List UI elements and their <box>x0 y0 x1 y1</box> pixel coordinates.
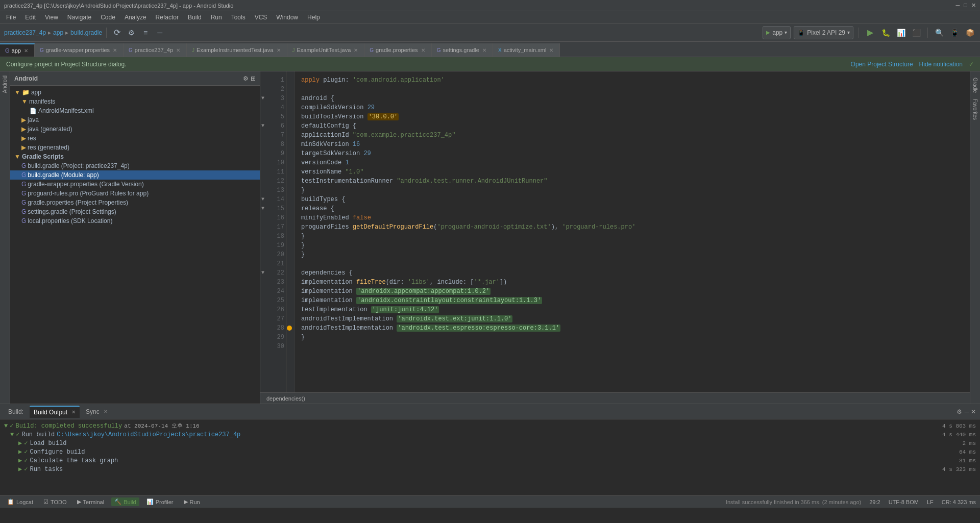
tree-item-java[interactable]: ▶ java <box>10 115 260 124</box>
menu-file[interactable]: File <box>2 13 20 22</box>
menu-help[interactable]: Help <box>303 13 324 22</box>
menu-navigate[interactable]: Navigate <box>63 13 95 22</box>
hide-notification-link[interactable]: Hide notification <box>919 61 963 68</box>
menu-vcs[interactable]: VCS <box>251 13 272 22</box>
tree-item-settings-gradle[interactable]: G settings.gradle (Project Settings) <box>10 207 260 216</box>
close-btn[interactable]: ✕ <box>971 2 976 9</box>
menu-build[interactable]: Build <box>184 13 206 22</box>
bottom-tab-sync-label: Sync <box>86 408 100 415</box>
terminal-btn[interactable]: ▶ Terminal <box>74 497 108 506</box>
menu-refactor[interactable]: Refactor <box>152 13 183 22</box>
bottom-panel-settings-icon[interactable]: ⚙ <box>957 408 962 415</box>
tree-item-res[interactable]: ▶ res <box>10 134 260 143</box>
file-tree-expand-icon[interactable]: ⊞ <box>251 75 256 82</box>
build-label: Build <box>124 499 136 505</box>
tree-item-build-gradle-module[interactable]: G build.gradle (Module: app) <box>10 170 260 180</box>
bottom-panel-close-icon[interactable]: ✕ <box>971 408 976 415</box>
device-selector[interactable]: 📱 Pixel 2 API 29 ▾ <box>794 26 853 39</box>
tree-item-app[interactable]: ▼ 📁 app <box>10 88 260 97</box>
menu-run[interactable]: Run <box>207 13 226 22</box>
stop-btn[interactable]: ⬛ <box>910 27 922 39</box>
sync-btn[interactable]: ⟳ <box>111 27 123 39</box>
breadcrumb-file[interactable]: build.gradle <box>70 29 102 36</box>
breadcrumb-project[interactable]: practice237_4p <box>4 29 46 36</box>
menu-analyze[interactable]: Analyze <box>120 13 151 22</box>
menu-edit[interactable]: Edit <box>21 13 40 22</box>
build-status-btn[interactable]: 🔨 Build <box>111 497 139 506</box>
bottom-tab-build[interactable]: Build: <box>4 406 28 417</box>
menu-code[interactable]: Code <box>96 13 119 22</box>
tab-unit-test-close[interactable]: ✕ <box>353 47 359 53</box>
android-tab-label[interactable]: Android <box>1 71 9 97</box>
right-sidebar-gradle[interactable]: Gradle <box>971 76 979 95</box>
tab-activity-main[interactable]: X activity_main.xml ✕ <box>493 43 560 57</box>
minimize-btn[interactable]: ─ <box>956 2 960 9</box>
tab-gradle-wrapper-close[interactable]: ✕ <box>112 47 118 53</box>
tree-item-gradle-properties[interactable]: G gradle.properties (Project Properties) <box>10 198 260 207</box>
profile-btn[interactable]: 📊 <box>895 27 907 39</box>
logcat-label: Logcat <box>16 499 33 505</box>
maximize-btn[interactable]: □ <box>964 2 967 9</box>
tab-app-icon: G <box>5 47 10 54</box>
tree-label-proguard-rules: proguard-rules.pro (ProGuard Rules for a… <box>28 190 149 197</box>
bottom-panel-minimize-icon[interactable]: ─ <box>964 408 969 415</box>
tab-gradle-wrapper[interactable]: G gradle-wrapper.properties ✕ <box>35 43 124 57</box>
file-tree-panel: Android ⚙ ⊞ ▼ 📁 app ▼ manifests 📄 Androi… <box>10 71 260 404</box>
tree-label-gradle-properties: gradle.properties (Project Properties) <box>28 199 128 206</box>
app-selector[interactable]: ▶ app ▾ <box>763 26 791 39</box>
tree-item-res-generated[interactable]: ▶ res (generated) <box>10 143 260 152</box>
tab-settings-gradle-icon: G <box>437 47 441 53</box>
tab-gradle-properties-close[interactable]: ✕ <box>420 47 426 53</box>
menu-view[interactable]: View <box>41 13 62 22</box>
bottom-tab-sync[interactable]: Sync ✕ <box>82 406 112 417</box>
code-content[interactable]: 1 2 3 ▼ 4 5 6 ▼ 7 8 9 10 11 12 13 <box>260 71 970 404</box>
tree-item-local-properties[interactable]: G local.properties (SDK Location) <box>10 216 260 226</box>
settings-btn[interactable]: ⚙ <box>125 27 137 39</box>
tab-unit-test[interactable]: J ExampleUnitTest.java ✕ <box>287 43 365 57</box>
menu-window[interactable]: Window <box>272 13 302 22</box>
open-project-structure-link[interactable]: Open Project Structure <box>851 61 913 68</box>
tree-item-proguard-rules[interactable]: G proguard-rules.pro (ProGuard Rules for… <box>10 189 260 198</box>
bottom-tab-build-output[interactable]: Build Output ✕ <box>30 406 80 418</box>
app-selector-label: app <box>772 29 782 36</box>
tab-practice[interactable]: G practice237_4p ✕ <box>124 43 187 57</box>
tab-practice-close[interactable]: ✕ <box>175 47 181 53</box>
gradle-icon-proguard-rules: G <box>21 190 26 197</box>
file-tree-settings-icon[interactable]: ⚙ <box>243 75 249 82</box>
code-lines[interactable]: apply plugin: 'com.android.application' … <box>295 71 970 392</box>
gradle-icon-build-gradle-module: G <box>21 171 26 179</box>
folder-icon-res-generated: ▶ <box>21 144 26 151</box>
tab-settings-gradle-close[interactable]: ✕ <box>481 47 487 53</box>
tab-instrumented-test-close[interactable]: ✕ <box>276 47 282 53</box>
right-sidebar-favorites[interactable]: Favorites <box>971 97 979 122</box>
tree-item-androidmanifest[interactable]: 📄 AndroidManifest.xml <box>10 106 260 115</box>
todo-btn[interactable]: ☑ TODO <box>40 497 70 506</box>
menu-tools[interactable]: Tools <box>227 13 250 22</box>
tab-app-close[interactable]: ✕ <box>23 48 29 54</box>
run-status-btn[interactable]: ▶ Run <box>181 497 203 506</box>
tab-activity-main-close[interactable]: ✕ <box>548 47 554 53</box>
bottom-tab-build-output-close[interactable]: ✕ <box>71 409 76 415</box>
tab-app[interactable]: G app ✕ <box>0 43 35 57</box>
tab-settings-gradle[interactable]: G settings.gradle ✕ <box>432 43 493 57</box>
tab-instrumented-test[interactable]: J ExampleInstrumentedTest.java ✕ <box>187 43 287 57</box>
min-btn[interactable]: ─ <box>154 27 166 39</box>
debug-btn[interactable]: 🐛 <box>879 27 892 39</box>
footer-code: dependencies() <box>266 395 305 402</box>
code-editor[interactable]: 1 2 3 ▼ 4 5 6 ▼ 7 8 9 10 11 12 13 <box>260 71 970 404</box>
avd-btn[interactable]: 📱 <box>948 27 961 39</box>
profiler-btn[interactable]: 📊 Profiler <box>143 497 177 506</box>
run-btn[interactable]: ▶ <box>864 27 876 39</box>
tree-item-gradle-wrapper-props[interactable]: G gradle-wrapper.properties (Gradle Vers… <box>10 180 260 189</box>
breadcrumb-app[interactable]: app <box>53 29 63 36</box>
logcat-btn[interactable]: 📋 Logcat <box>4 497 36 506</box>
sdk-btn[interactable]: 📦 <box>964 27 976 39</box>
tree-item-java-generated[interactable]: ▶ java (generated) <box>10 124 260 134</box>
search-everywhere-btn[interactable]: 🔍 <box>933 27 945 39</box>
bottom-tab-sync-close[interactable]: ✕ <box>104 409 108 414</box>
tree-item-gradle-scripts[interactable]: ▼ Gradle Scripts <box>10 152 260 161</box>
toggle-btn[interactable]: ≡ <box>139 27 152 39</box>
tree-item-manifests[interactable]: ▼ manifests <box>10 97 260 106</box>
tab-gradle-properties[interactable]: G gradle.properties ✕ <box>364 43 431 57</box>
tree-item-build-gradle-project[interactable]: G build.gradle (Project: practice237_4p) <box>10 161 260 170</box>
